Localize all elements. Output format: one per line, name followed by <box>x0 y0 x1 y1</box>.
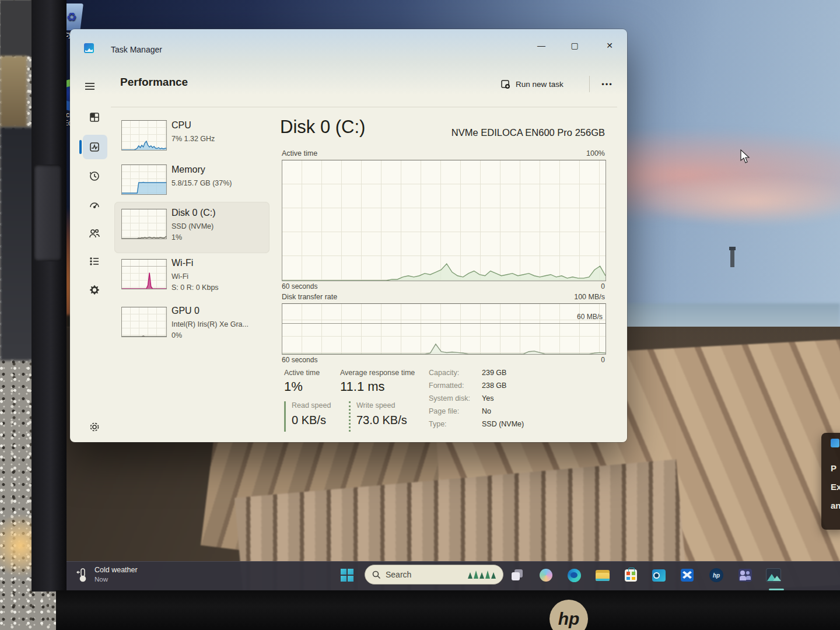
edge-button[interactable] <box>564 565 584 585</box>
capacity-value: 239 GB <box>482 369 506 377</box>
background-object-dark <box>0 127 35 360</box>
type-value: SSD (NVMe) <box>482 420 524 428</box>
taskbar: Cold weather Now Search <box>65 561 840 590</box>
disk-model: NVMe EDILOCA EN600 Pro 256GB <box>338 127 605 138</box>
avg-response-label: Average response time <box>340 369 415 377</box>
run-new-task-label: Run new task <box>516 80 564 89</box>
maximize-button[interactable]: ▢ <box>563 37 586 54</box>
page-title: Performance <box>120 76 188 89</box>
edge-taskbar-icon <box>568 569 581 582</box>
file-explorer-button[interactable] <box>593 565 612 585</box>
active-time-max: 100% <box>572 149 605 158</box>
nav-performance[interactable] <box>83 135 106 159</box>
weather-widget-icon[interactable] <box>72 565 92 585</box>
run-new-task-button[interactable]: Run new task <box>495 75 569 93</box>
blue-app-icon <box>681 569 694 582</box>
page-file-value: No <box>482 407 491 415</box>
copilot-button[interactable] <box>536 565 556 585</box>
page-file-key: Page file: <box>429 407 459 415</box>
read-speed-block: Read speed 0 KB/s <box>284 401 352 432</box>
notification-toast[interactable]: P Ex an <box>821 433 840 530</box>
disk-usage: 1% <box>172 233 182 242</box>
weather-headline[interactable]: Cold weather <box>94 566 138 574</box>
capacity-key: Capacity: <box>429 369 459 377</box>
background-object-tan <box>0 56 27 127</box>
disk-mini-chart <box>121 209 167 239</box>
transfer-x-right: 0 <box>583 356 605 364</box>
nav-users[interactable] <box>83 222 106 245</box>
active-time-stat-value: 1% <box>284 379 303 394</box>
nav-selected-indicator <box>79 140 82 154</box>
sidebar-item-disk[interactable]: Disk 0 (C:) SSD (NVMe) 1% <box>117 205 270 256</box>
header-divider <box>111 107 617 107</box>
read-speed-label: Read speed <box>292 401 352 410</box>
microsoft-store-icon <box>625 569 637 582</box>
type-key: Type: <box>429 420 447 428</box>
blue-app-button[interactable] <box>677 565 697 585</box>
sidebar-item-gpu[interactable]: GPU 0 Intel(R) Iris(R) Xe Gra... 0% <box>117 303 270 350</box>
search-highlight-trees-icon <box>468 570 496 579</box>
transfer-chart: 60 MB/s <box>282 303 606 355</box>
nav-app-history[interactable] <box>83 164 106 188</box>
toast-text-2: Ex <box>831 482 840 492</box>
transfer-x-left: 60 seconds <box>282 356 317 364</box>
cpu-stats: 7% 1.32 GHz <box>172 135 215 143</box>
toast-app-icon <box>831 439 839 447</box>
nav-startup-apps[interactable] <box>83 193 106 216</box>
formatted-key: Formatted: <box>429 382 464 390</box>
sidebar-item-cpu[interactable]: CPU 7% 1.32 GHz <box>117 117 270 158</box>
cpu-name: CPU <box>172 120 191 131</box>
task-manager-taskbar-button[interactable] <box>764 565 783 585</box>
wifi-name: Wi-Fi <box>172 258 193 268</box>
wallpaper-lighthouse <box>730 250 734 267</box>
microsoft-store-button[interactable] <box>621 565 640 585</box>
weather-subtext: Now <box>94 576 108 583</box>
hp-support-button[interactable]: hp <box>706 565 726 585</box>
laptop-bezel-bottom: hp <box>56 590 840 630</box>
nav-processes[interactable] <box>83 106 106 129</box>
window-title: Task Manager <box>111 45 162 54</box>
task-manager-taskbar-icon <box>766 568 781 582</box>
more-options-button[interactable]: ••• <box>595 75 620 93</box>
avg-response-value: 11.1 ms <box>340 379 385 394</box>
toast-text-3: an <box>831 501 840 510</box>
system-disk-value: Yes <box>482 394 494 402</box>
sidebar-item-memory[interactable]: Memory 5.8/15.7 GB (37%) <box>117 161 270 202</box>
memory-name: Memory <box>172 164 205 175</box>
hamburger-menu-button[interactable] <box>78 75 102 98</box>
close-button[interactable]: ✕ <box>598 37 621 54</box>
search-icon <box>372 570 381 579</box>
hp-logo-icon: hp <box>709 568 723 582</box>
search-placeholder: Search <box>386 570 411 579</box>
formatted-value: 238 GB <box>482 382 506 390</box>
gpu-adapter: Intel(R) Iris(R) Xe Gra... <box>172 320 249 328</box>
disk-name: Disk 0 (C:) <box>172 208 216 218</box>
outlook-button[interactable] <box>649 565 668 585</box>
active-time-chart <box>282 160 606 281</box>
teams-button[interactable] <box>735 565 755 585</box>
write-speed-label: Write speed <box>356 401 426 410</box>
nav-services[interactable] <box>83 278 106 302</box>
system-disk-key: System disk: <box>429 394 470 402</box>
settings-gear-icon[interactable] <box>83 415 106 439</box>
memory-stats: 5.8/15.7 GB (37%) <box>172 179 232 187</box>
start-button[interactable] <box>337 565 357 585</box>
minimize-button[interactable]: — <box>530 37 553 54</box>
sidebar-item-wifi[interactable]: Wi-Fi Wi-Fi S: 0 R: 0 Kbps <box>117 256 270 302</box>
outlook-icon <box>652 569 666 582</box>
wifi-rates: S: 0 R: 0 Kbps <box>172 284 219 292</box>
gpu-name: GPU 0 <box>172 306 200 316</box>
nav-details[interactable] <box>83 250 106 273</box>
wifi-mini-chart <box>121 259 167 289</box>
active-time-x-left: 60 seconds <box>282 282 317 290</box>
active-time-stat-label: Active time <box>284 369 320 377</box>
laptop-hinge <box>34 164 62 261</box>
laptop-bezel-left <box>32 0 66 592</box>
laptop-screen: ♻ Recycle B ↗ Microsof Edge P Ex an Task… <box>65 0 840 590</box>
hp-brand-logo: hp <box>550 600 588 630</box>
gpu-usage: 0% <box>172 331 182 340</box>
task-view-button[interactable] <box>508 565 527 585</box>
search-box[interactable]: Search <box>365 565 503 584</box>
write-speed-value: 73.0 KB/s <box>356 414 426 427</box>
toast-text-1: P <box>831 463 836 473</box>
